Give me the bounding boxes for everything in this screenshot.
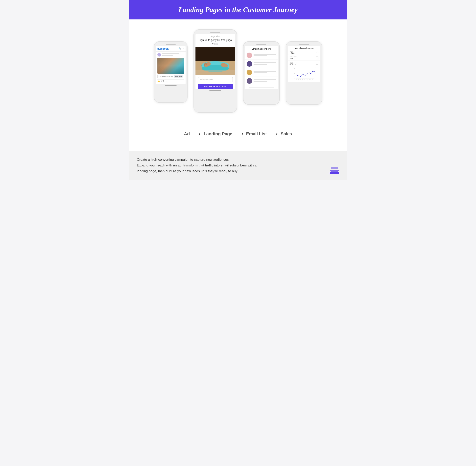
sales-metric-conv-row: Conversions 345 + (290, 56, 318, 60)
learn-more-button[interactable]: Learn More (174, 75, 183, 78)
comment-icon[interactable]: 💬 (161, 80, 164, 82)
flow-arrow-2: ⟶ (235, 130, 243, 137)
fb-url-text: your-landing-page.com (159, 76, 173, 77)
subscriber-lines-1 (254, 54, 276, 57)
sales-page-phone: Yoga Class Sales Page Visits 1,000 + C (286, 41, 322, 105)
close-icon[interactable]: ✕ (182, 47, 184, 50)
email-list-title: Email Subscribers (245, 46, 278, 51)
phone-notch-email (256, 44, 266, 45)
phone-home-bar-lp (209, 90, 221, 91)
flow-step-ad: Ad (182, 131, 192, 137)
sub-line-short (254, 55, 267, 56)
svg-text:6k: 6k (294, 70, 295, 71)
flow-step-email-list: Email List (244, 131, 269, 137)
fb-reactions: 👍 💬 ↗ (158, 79, 184, 83)
svg-point-24 (303, 74, 303, 75)
conversions-block: Conversions 345 (290, 56, 297, 60)
svg-point-27 (309, 73, 309, 73)
fb-post-avatar (158, 53, 161, 57)
svg-text:9: 9 (298, 79, 299, 80)
svg-text:10: 10 (300, 79, 301, 80)
facebook-screen: facebook 🔍 ✕ (156, 46, 186, 84)
conversions-label: Conversions (290, 56, 297, 58)
sales-block: Sales $7,345 (290, 61, 296, 65)
svg-rect-10 (195, 70, 235, 75)
subscriber-row-2 (245, 60, 278, 68)
svg-text:11: 11 (302, 79, 303, 80)
svg-text:16: 16 (312, 79, 313, 80)
email-screen: Email Subscribers (245, 46, 278, 89)
bottom-line-2: Expand your reach with an ad, transform … (137, 163, 257, 168)
fb-ad-image (158, 58, 184, 74)
bottom-line-3: landing page, then nurture your new lead… (137, 168, 257, 174)
fb-icons: 🔍 ✕ (179, 47, 184, 50)
stack-icon (330, 167, 339, 174)
visits-value: 1,000 (290, 52, 295, 54)
fb-avatar-row (158, 53, 184, 57)
bottom-description: Create a high-converting campaign to cap… (137, 157, 257, 174)
svg-text:13: 13 (306, 79, 307, 80)
svg-point-25 (305, 75, 305, 76)
subscriber-avatar-2 (247, 61, 252, 67)
fb-name-line (162, 53, 180, 54)
sales-metric-visits-row: Visits 1,000 + (290, 51, 318, 54)
lp-screen: yoga.bliss Sign up to get your free yoga… (195, 34, 235, 89)
subscriber-lines-2 (254, 62, 276, 65)
visits-label: Visits (290, 51, 295, 52)
sales-metric-visits: Visits 1,000 + (288, 50, 320, 55)
phone-notch (166, 44, 176, 45)
flow-row: Ad ⟶ Landing Page ⟶ Email List ⟶ Sales (137, 125, 339, 145)
email-placeholder: enter your email (200, 79, 213, 81)
lp-email-input[interactable]: enter your email (198, 77, 233, 82)
flow-arrow-1: ⟶ (193, 130, 201, 137)
sales-screen: Yoga Class Sales Page Visits 1,000 + C (288, 46, 320, 82)
svg-point-29 (312, 71, 313, 72)
share-icon[interactable]: ↗ (165, 80, 167, 82)
sales-metric-sales: Sales $7,345 × (288, 61, 320, 66)
conversions-expand-button[interactable]: + (316, 57, 318, 59)
svg-text:12: 12 (304, 79, 305, 80)
sub-line-short (254, 72, 267, 73)
svg-point-28 (310, 73, 311, 74)
search-icon[interactable]: 🔍 (179, 47, 181, 50)
fb-logo: facebook (158, 47, 169, 50)
visits-expand-button[interactable]: + (316, 51, 318, 54)
stack-layer-top (331, 167, 338, 169)
sales-label: Sales (290, 61, 296, 63)
svg-text:3k: 3k (294, 78, 295, 79)
bottom-bar (249, 87, 274, 87)
email-subscribers-phone: Email Subscribers (243, 41, 280, 105)
sub-line (254, 62, 276, 63)
bottom-line-1: Create a high-converting campaign to cap… (137, 157, 257, 163)
subscriber-avatar-1 (247, 53, 252, 58)
sub-line (254, 79, 276, 80)
svg-point-30 (313, 71, 314, 72)
sales-close-button[interactable]: × (316, 62, 318, 65)
stack-layer-bottom (330, 172, 339, 174)
phone-notch-sales (299, 44, 309, 45)
like-icon[interactable]: 👍 (158, 80, 160, 82)
chart-svg: 7k 6k 5k 4k 3k (289, 67, 319, 80)
sales-page-title: Yoga Class Sales Page (288, 46, 320, 50)
conversions-value: 345 (290, 58, 297, 60)
svg-text:7k: 7k (294, 68, 295, 69)
sales-value: $7,345 (290, 63, 296, 65)
subscriber-avatar-3 (247, 70, 252, 75)
phones-row: facebook 🔍 ✕ (137, 29, 339, 113)
svg-point-23 (300, 76, 301, 77)
sub-line-short (254, 81, 267, 82)
facebook-phone: facebook 🔍 ✕ (154, 41, 188, 103)
phone-home-bar (165, 85, 177, 86)
svg-point-26 (307, 73, 307, 74)
visits-block: Visits 1,000 (290, 51, 295, 54)
phone-notch-lp (210, 32, 220, 33)
sales-chart: 7k 6k 5k 4k 3k (288, 66, 320, 82)
flow-arrow-3: ⟶ (270, 130, 278, 137)
subscriber-lines-3 (254, 71, 276, 74)
lp-cta-button[interactable]: GET MY FREE CLASS (198, 84, 233, 89)
lp-domain: yoga.bliss (195, 34, 235, 38)
svg-text:4k: 4k (294, 76, 295, 77)
lp-yoga-image (195, 47, 235, 75)
svg-text:8: 8 (296, 79, 296, 80)
bottom-section: Create a high-converting campaign to cap… (129, 151, 347, 180)
